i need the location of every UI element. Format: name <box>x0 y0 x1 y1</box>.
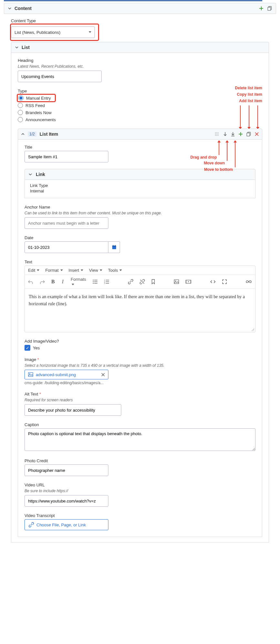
delete-list-item-icon[interactable] <box>255 132 259 136</box>
svg-text:3: 3 <box>104 282 105 284</box>
image-path: cms-guide: /building-editing/basics/imag… <box>25 381 255 385</box>
svg-point-7 <box>218 134 218 134</box>
media-icon[interactable] <box>185 278 191 285</box>
rte-menu-edit[interactable]: Edit <box>28 268 39 273</box>
image-icon[interactable] <box>174 278 179 285</box>
type-radio-brandeis[interactable] <box>18 110 23 115</box>
svg-point-5 <box>215 134 216 134</box>
calendar-icon[interactable] <box>108 241 120 253</box>
resize-handle-icon[interactable] <box>25 327 255 332</box>
copy-icon[interactable] <box>267 6 272 11</box>
numbered-list-icon[interactable]: 123 <box>104 278 109 285</box>
drag-handle-icon[interactable] <box>215 132 219 136</box>
svg-point-6 <box>216 134 217 134</box>
image-file-chip[interactable]: advanced-submit.png <box>25 370 108 379</box>
chevron-down-icon[interactable] <box>8 7 11 10</box>
credit-input[interactable] <box>25 464 108 476</box>
rte-menu-view[interactable]: View <box>89 268 102 273</box>
type-radio-brandeis-label: Brandeis Now <box>25 110 52 115</box>
redo-icon[interactable] <box>40 278 45 285</box>
chevron-up-icon[interactable] <box>21 132 25 136</box>
italic-icon[interactable]: I <box>61 278 65 285</box>
list-panel-title: List <box>22 45 30 50</box>
content-type-select[interactable]: List (News, Publications) <box>11 26 95 38</box>
content-panel-header: Content <box>4 3 276 14</box>
svg-rect-26 <box>106 281 109 282</box>
item-title-label: Title <box>25 145 255 150</box>
add-image-checkbox[interactable]: ✓ <box>25 345 30 351</box>
rte-menu-format[interactable]: Format <box>45 268 63 273</box>
annotation-copy: Copy list item <box>235 92 262 97</box>
add-image-yes-label: Yes <box>33 346 40 350</box>
anchor-input[interactable] <box>25 217 108 229</box>
date-input[interactable] <box>25 241 108 253</box>
arrow-down-icon <box>257 105 258 127</box>
svg-rect-28 <box>106 283 109 283</box>
arrow-down-icon <box>240 105 241 127</box>
rte-menu-tools[interactable]: Tools <box>108 268 122 273</box>
svg-rect-15 <box>113 245 114 246</box>
arrow-up-icon <box>227 142 227 161</box>
svg-point-19 <box>93 281 94 282</box>
type-radio-rss[interactable] <box>18 103 23 108</box>
add-list-item-icon[interactable] <box>239 132 243 136</box>
code-icon[interactable] <box>210 278 216 285</box>
alt-input[interactable] <box>25 404 121 416</box>
clear-file-icon[interactable] <box>101 373 105 376</box>
svg-point-4 <box>218 132 218 133</box>
link-icon[interactable] <box>128 278 133 285</box>
heading-input[interactable] <box>18 71 102 82</box>
svg-point-2 <box>215 132 216 133</box>
rte-body[interactable]: This is an example of what a list item w… <box>25 289 255 327</box>
caption-label: Caption <box>25 422 255 427</box>
bookmark-icon[interactable] <box>151 278 155 285</box>
content-type-value: List (News, Publications) <box>15 30 60 35</box>
annotation-delete: Delete list item <box>235 86 262 90</box>
move-down-icon[interactable] <box>223 132 227 136</box>
transcript-choose-button[interactable]: Choose File, Page, or Link <box>25 519 108 530</box>
unlink-icon[interactable] <box>140 278 145 285</box>
type-radio-manual-label: Manual Entry <box>26 96 51 101</box>
type-radio-announcements[interactable] <box>18 117 23 122</box>
type-radio-rss-label: RSS Feed <box>25 103 45 108</box>
image-file-icon <box>28 372 33 377</box>
video-url-input[interactable] <box>25 495 108 507</box>
heading-label: Heading <box>18 58 262 63</box>
list-item-title: List Item <box>40 132 58 137</box>
rte-formats-dropdown[interactable]: Formats <box>71 277 86 287</box>
svg-point-30 <box>175 281 176 282</box>
arrow-up-icon <box>219 142 219 155</box>
bullet-list-icon[interactable] <box>93 278 98 285</box>
add-icon[interactable] <box>259 6 264 11</box>
copy-list-item-icon[interactable] <box>246 132 251 136</box>
list-item-count: 1/2 <box>28 132 36 137</box>
svg-point-8 <box>215 135 216 136</box>
text-label: Text <box>25 259 255 264</box>
undo-icon[interactable] <box>28 278 33 285</box>
rich-text-editor: Edit Format Insert View Tools B I Format… <box>25 266 255 332</box>
link-type-value: Internal <box>30 189 250 193</box>
list-item-header: 1/2 List Item <box>18 129 262 140</box>
chevron-down-icon[interactable] <box>15 46 18 49</box>
annotation-add: Add list item <box>235 99 262 103</box>
item-title-input[interactable] <box>25 151 108 162</box>
svg-point-10 <box>218 135 218 136</box>
heading-hint: Latest News, Recent Publications, etc. <box>18 64 262 69</box>
chevron-down-icon[interactable] <box>29 173 32 176</box>
svg-rect-22 <box>94 283 97 283</box>
alt-label: Alt Text * <box>25 392 255 396</box>
svg-rect-33 <box>190 280 191 283</box>
svg-point-17 <box>93 280 94 281</box>
add-image-label: Add Image/Video? <box>25 339 255 344</box>
image-hint: Select a horizontal image that is 735 x … <box>25 363 255 368</box>
svg-rect-18 <box>94 280 97 280</box>
move-bottom-icon[interactable] <box>231 132 235 136</box>
caption-textarea[interactable]: Photo caption is optional text that disp… <box>25 428 255 451</box>
rte-menu-insert[interactable]: Insert <box>69 268 84 273</box>
date-label: Date <box>25 235 255 240</box>
bold-icon[interactable]: B <box>51 278 55 285</box>
svg-rect-20 <box>94 281 97 282</box>
type-radio-manual[interactable] <box>18 95 24 101</box>
fullscreen-icon[interactable] <box>222 278 227 285</box>
infinity-icon[interactable] <box>245 278 252 285</box>
